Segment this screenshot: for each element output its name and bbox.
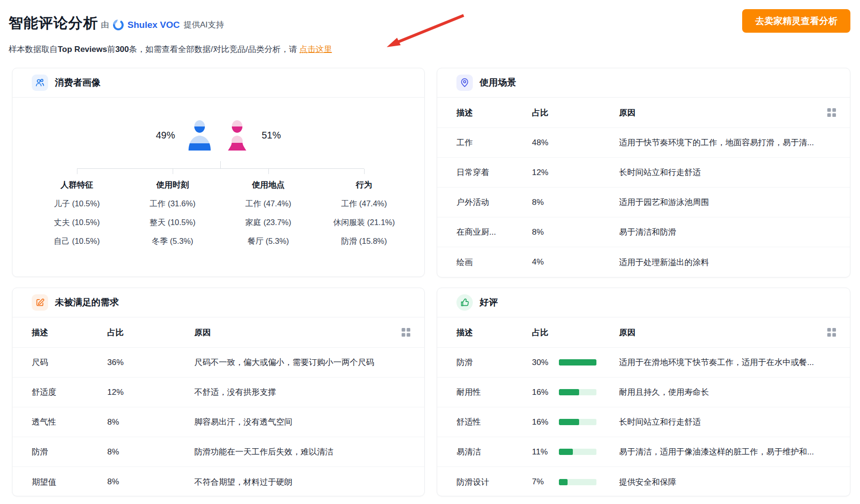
ratio-bar bbox=[559, 389, 596, 395]
panel-header: 使用场景 bbox=[437, 68, 850, 98]
col-reason: 原因 bbox=[194, 327, 391, 338]
cell-ratio: 8% bbox=[107, 477, 194, 487]
cell-description: 耐用性 bbox=[456, 387, 532, 398]
cell-ratio: 16% bbox=[532, 388, 619, 397]
cell-reason: 适用于快节奏环境下的工作，地面容易打滑，易于清... bbox=[619, 137, 836, 148]
cell-description: 防滑 bbox=[32, 446, 107, 457]
cta-button[interactable]: 去卖家精灵查看分析 bbox=[742, 9, 850, 33]
brand-link[interactable]: Shulex VOC bbox=[127, 20, 180, 30]
panel-title: 使用场景 bbox=[480, 76, 516, 89]
col-description: 描述 bbox=[456, 327, 532, 338]
cell-description: 舒适度 bbox=[32, 387, 107, 398]
table-row: 耐用性 16% 耐用且持久，使用寿命长 bbox=[437, 378, 850, 407]
cell-ratio: 48% bbox=[532, 138, 619, 148]
subtitle-text: 样本数据取自 bbox=[9, 45, 58, 54]
portrait-column-time: 使用时刻 工作 (31.6%) 整天 (10.5%) 冬季 (5.3%) bbox=[125, 179, 220, 251]
panel-title: 好评 bbox=[480, 296, 498, 309]
edit-icon bbox=[32, 294, 48, 311]
ratio-bar bbox=[559, 479, 596, 485]
location-pin-icon bbox=[456, 75, 473, 91]
cell-ratio: 36% bbox=[107, 358, 194, 367]
cell-description: 在商业厨... bbox=[456, 227, 532, 238]
gender-ratio: 49% bbox=[13, 120, 424, 151]
col-reason: 原因 bbox=[619, 327, 816, 338]
grid-view-icon[interactable] bbox=[401, 328, 411, 337]
cell-reason: 适用于在滑地环境下快节奏工作，适用于在水中或餐... bbox=[619, 357, 836, 368]
grid-view-icon[interactable] bbox=[827, 108, 836, 117]
column-header: 使用地点 bbox=[220, 179, 316, 190]
ratio-bar bbox=[559, 449, 596, 455]
female-percentage: 51% bbox=[262, 130, 281, 141]
panel-positive-reviews: 好评 描述 占比 原因 防滑 30% 适用于在滑地环境下快节奏工作，适用于在水中… bbox=[437, 288, 850, 496]
male-icon bbox=[187, 120, 213, 151]
column-item: 工作 (47.4%) bbox=[220, 194, 316, 213]
page-title: 智能评论分析 bbox=[9, 13, 98, 33]
cell-reason: 易于清洁和防滑 bbox=[619, 227, 836, 238]
cell-reason: 不舒适，没有拱形支撑 bbox=[194, 387, 411, 398]
powered-prefix: 由 bbox=[101, 19, 109, 30]
portrait-column-behavior: 行为 工作 (47.4%) 休闲服装 (21.1%) 防滑 (15.8%) bbox=[316, 179, 412, 251]
cell-description: 舒适性 bbox=[456, 416, 532, 428]
panel-header: 好评 bbox=[437, 288, 850, 317]
table-row: 绘画 4% 适用于处理新溢出的涂料 bbox=[437, 247, 850, 277]
cell-description: 日常穿着 bbox=[456, 167, 532, 178]
table-header: 描述 占比 原因 bbox=[437, 98, 850, 128]
male-percentage: 49% bbox=[156, 130, 175, 141]
people-icon bbox=[32, 75, 48, 91]
cell-reason: 适用于园艺和游泳池周围 bbox=[619, 197, 836, 208]
subtitle: 样本数据取自Top Reviews前300条，如需查看全部数据/对比竞品/品类分… bbox=[9, 44, 332, 55]
table-row: 期望值 8% 不符合期望，材料过于硬朗 bbox=[13, 467, 424, 497]
column-item: 休闲服装 (21.1%) bbox=[316, 213, 412, 232]
column-item: 自己 (10.5%) bbox=[29, 232, 125, 251]
female-icon bbox=[224, 120, 250, 151]
subtitle-bold: Top Reviews bbox=[58, 45, 107, 54]
table-row: 易清洁 11% 易于清洁，适用于像油漆这样的脏工作，易于维护和... bbox=[437, 437, 850, 467]
cell-description: 绘画 bbox=[456, 257, 532, 268]
col-ratio: 占比 bbox=[532, 327, 619, 338]
ratio-bar bbox=[559, 359, 596, 365]
subtitle-text: 条，如需查看全部数据/对比竞品/品类分析，请 bbox=[129, 45, 299, 54]
ratio-value: 30% bbox=[532, 358, 554, 367]
table-row: 在商业厨... 8% 易于清洁和防滑 bbox=[437, 217, 850, 247]
table-row: 舒适度 12% 不舒适，没有拱形支撑 bbox=[13, 378, 424, 407]
table-row: 防滑设计 7% 提供安全和保障 bbox=[437, 467, 850, 497]
cell-reason: 提供安全和保障 bbox=[619, 477, 836, 488]
portrait-column-place: 使用地点 工作 (47.4%) 家庭 (23.7%) 餐厅 (5.3%) bbox=[220, 179, 316, 251]
table-row: 工作 48% 适用于快节奏环境下的工作，地面容易打滑，易于清... bbox=[437, 128, 850, 158]
portrait-columns: 人群特征 儿子 (10.5%) 丈夫 (10.5%) 自己 (10.5%) 使用… bbox=[29, 179, 412, 251]
cell-description: 户外活动 bbox=[456, 197, 532, 208]
cell-ratio: 12% bbox=[532, 168, 619, 177]
ratio-value: 16% bbox=[532, 388, 554, 397]
cell-ratio: 4% bbox=[532, 257, 619, 267]
column-header: 使用时刻 bbox=[125, 179, 220, 190]
table-row: 舒适性 16% 长时间站立和行走舒适 bbox=[437, 407, 850, 437]
panel-unmet-needs: 未被满足的需求 描述 占比 原因 尺码 36% 尺码不一致，偏大或偏小，需要订购… bbox=[12, 288, 425, 496]
grid-view-icon[interactable] bbox=[827, 328, 836, 337]
connector-lines bbox=[13, 160, 424, 176]
cell-ratio: 8% bbox=[532, 198, 619, 207]
cell-reason: 长时间站立和行走舒适 bbox=[619, 416, 836, 428]
panel-header: 未被满足的需求 bbox=[13, 288, 424, 317]
portrait-column-traits: 人群特征 儿子 (10.5%) 丈夫 (10.5%) 自己 (10.5%) bbox=[29, 179, 125, 251]
col-ratio: 占比 bbox=[107, 327, 194, 338]
cell-reason: 易于清洁，适用于像油漆这样的脏工作，易于维护和... bbox=[619, 446, 836, 457]
panel-title: 消费者画像 bbox=[55, 76, 101, 89]
cell-ratio: 16% bbox=[532, 417, 619, 427]
cell-description: 防滑设计 bbox=[456, 477, 532, 488]
column-header: 人群特征 bbox=[29, 179, 125, 190]
table-row: 防滑 30% 适用于在滑地环境下快节奏工作，适用于在水中或餐... bbox=[437, 348, 850, 378]
subtitle-text: 前 bbox=[107, 45, 115, 54]
cell-description: 透气性 bbox=[32, 416, 107, 428]
column-header: 行为 bbox=[316, 179, 412, 190]
panel-title: 未被满足的需求 bbox=[55, 296, 119, 309]
cell-ratio: 8% bbox=[107, 447, 194, 457]
cell-ratio: 12% bbox=[107, 388, 194, 397]
column-item: 丈夫 (10.5%) bbox=[29, 213, 125, 232]
cell-description: 工作 bbox=[456, 137, 532, 148]
panel-usage-scenarios: 使用场景 描述 占比 原因 工作 48% 适用于快节奏环境下的工作，地面容易打滑… bbox=[437, 68, 850, 277]
click-here-link[interactable]: 点击这里 bbox=[299, 45, 332, 54]
table-header: 描述 占比 原因 bbox=[437, 317, 850, 348]
column-item: 防滑 (15.8%) bbox=[316, 232, 412, 251]
column-item: 儿子 (10.5%) bbox=[29, 194, 125, 213]
cell-reason: 长时间站立和行走舒适 bbox=[619, 167, 836, 178]
